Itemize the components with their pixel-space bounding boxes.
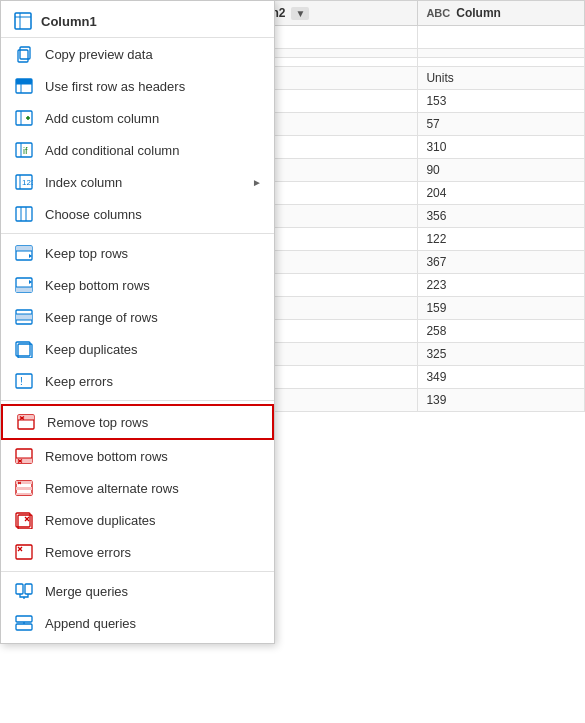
menu-item-remove-top-rows[interactable]: Remove top rows [1,404,274,440]
menu-label-remove-bottom-rows: Remove bottom rows [45,449,262,464]
menu-item-add-conditional-column[interactable]: if Add conditional column [1,134,274,166]
col3-label: Column [456,6,501,20]
menu-icon-add-custom-column [13,107,35,129]
svg-rect-62 [16,616,32,622]
col2-filter-button[interactable]: ▼ [291,7,309,20]
table-cell [418,49,585,58]
menu-label-add-custom-column: Add custom column [45,111,262,126]
menu-item-remove-bottom-rows[interactable]: Remove bottom rows [1,440,274,472]
menu-item-merge-queries[interactable]: Merge queries [1,575,274,607]
menu-icon-remove-alternate-rows [13,477,35,499]
menu-icon-remove-top-rows [15,411,37,433]
menu-item-index-column[interactable]: 123 Index column ► [1,166,274,198]
menu-icon-copy-preview [13,43,35,65]
menu-icon-keep-top-rows [13,242,35,264]
table-cell: 223 [418,274,585,297]
table-cell: 57 [418,113,585,136]
table-cell: 258 [418,320,585,343]
context-menu: Column1 Copy preview data Use first row … [0,0,275,644]
svg-text:!: ! [20,376,23,387]
table-cell: 367 [418,251,585,274]
table-cell [418,58,585,67]
svg-rect-23 [16,246,32,251]
svg-rect-6 [16,79,32,84]
table-cell: 349 [418,366,585,389]
menu-separator [1,400,274,401]
menu-icon-first-row-headers [13,75,35,97]
menu-item-remove-errors[interactable]: Remove errors [1,536,274,568]
menu-item-keep-top-rows[interactable]: Keep top rows [1,237,274,269]
table-cell: 90 [418,159,585,182]
table-cell: 310 [418,136,585,159]
submenu-arrow-index-column: ► [252,177,262,188]
menu-label-merge-queries: Merge queries [45,584,262,599]
menu-icon-remove-duplicates [13,509,35,531]
menu-label-keep-top-rows: Keep top rows [45,246,262,261]
menu-separator [1,233,274,234]
menu-item-first-row-headers[interactable]: Use first row as headers [1,70,274,102]
svg-rect-63 [16,624,32,630]
table-cell: 122 [418,228,585,251]
menu-label-keep-errors: Keep errors [45,374,262,389]
svg-rect-29 [16,314,32,320]
table-cell: 325 [418,343,585,366]
menu-header-title: Column1 [41,14,97,29]
menu-item-keep-duplicates[interactable]: Keep duplicates [1,333,274,365]
menu-label-append-queries: Append queries [45,616,262,631]
menu-label-keep-bottom-rows: Keep bottom rows [45,278,262,293]
svg-rect-48 [16,487,32,490]
menu-item-choose-columns[interactable]: Choose columns [1,198,274,230]
menu-item-remove-duplicates[interactable]: Remove duplicates [1,504,274,536]
menu-label-keep-range-rows: Keep range of rows [45,310,262,325]
menu-icon-keep-duplicates [13,338,35,360]
table-cell: 356 [418,205,585,228]
menu-icon-keep-bottom-rows [13,274,35,296]
menu-item-add-custom-column[interactable]: Add custom column [1,102,274,134]
main-container: ⊞ Column1 ▼ ABC Column2 ▼ [0,0,585,723]
menu-label-index-column: Index column [45,175,252,190]
table-cell: 153 [418,90,585,113]
menu-label-first-row-headers: Use first row as headers [45,79,262,94]
menu-icon-remove-bottom-rows [13,445,35,467]
menu-separator [1,571,274,572]
svg-rect-49 [16,493,32,495]
menu-item-keep-range-rows[interactable]: Keep range of rows [1,301,274,333]
menu-label-remove-alternate-rows: Remove alternate rows [45,481,262,496]
menu-label-remove-errors: Remove errors [45,545,262,560]
table-cell: 159 [418,297,585,320]
table-cell [418,26,585,49]
menu-icon-remove-errors [13,541,35,563]
svg-rect-59 [16,584,23,594]
svg-rect-26 [16,287,32,292]
menu-item-keep-bottom-rows[interactable]: Keep bottom rows [1,269,274,301]
menu-icon-merge-queries [13,580,35,602]
menu-label-choose-columns: Choose columns [45,207,262,222]
menu-label-keep-duplicates: Keep duplicates [45,342,262,357]
table-cell: Units [418,67,585,90]
menu-icon-append-queries [13,612,35,634]
menu-header: Column1 [1,5,274,38]
menu-label-remove-duplicates: Remove duplicates [45,513,262,528]
svg-text:123: 123 [22,178,33,187]
svg-rect-34 [16,374,32,388]
menu-icon-index-column: 123 [13,171,35,193]
menu-label-remove-top-rows: Remove top rows [47,415,260,430]
svg-rect-0 [15,13,31,29]
svg-rect-60 [25,584,32,594]
menu-item-keep-errors[interactable]: ! Keep errors [1,365,274,397]
svg-rect-19 [16,207,32,221]
menu-item-remove-alternate-rows[interactable]: Remove alternate rows [1,472,274,504]
svg-text:if: if [23,146,28,156]
menu-label-add-conditional-column: Add conditional column [45,143,262,158]
col3-type-icon: ABC [426,7,450,19]
table-cell: 139 [418,389,585,412]
menu-header-icon [13,11,33,31]
menu-icon-keep-errors: ! [13,370,35,392]
col3-header: ABC Column [418,1,585,26]
menu-icon-keep-range-rows [13,306,35,328]
menu-item-append-queries[interactable]: Append queries [1,607,274,639]
menu-label-copy-preview: Copy preview data [45,47,262,62]
menu-icon-choose-columns [13,203,35,225]
menu-item-copy-preview[interactable]: Copy preview data [1,38,274,70]
table-cell: 204 [418,182,585,205]
